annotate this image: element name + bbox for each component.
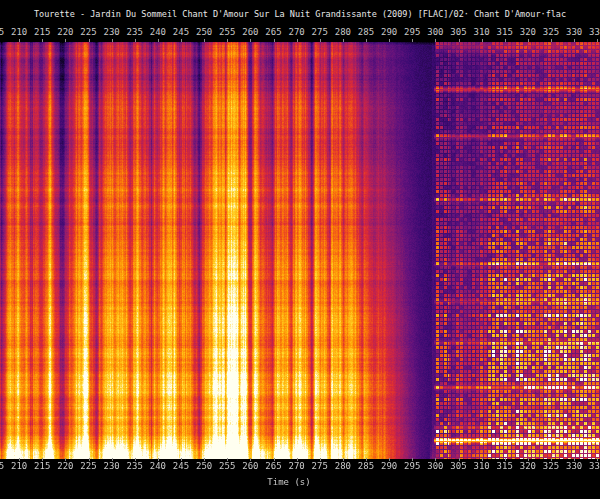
tick-label-top: 250 (196, 27, 212, 37)
tick-label-bottom: 235 (127, 461, 143, 471)
tick-label-top: 325 (543, 27, 559, 37)
tick-label-bottom: 245 (173, 461, 189, 471)
tick-label-bottom: 270 (288, 461, 304, 471)
tick-label-bottom: 305 (450, 461, 466, 471)
tick-label-bottom: 315 (497, 461, 513, 471)
tick-label-bottom: 265 (265, 461, 281, 471)
tick-label-top: 230 (103, 27, 119, 37)
window-title: Tourette - Jardin Du Sommeil Chant D'Amo… (0, 9, 600, 19)
tick-label-bottom: 210 (11, 461, 27, 471)
tick-label-top: 270 (288, 27, 304, 37)
tick-label-bottom: 310 (473, 461, 489, 471)
time-axis-top: 2052102152202252302352402452502552602652… (0, 27, 600, 39)
tick-label-top: 225 (80, 27, 96, 37)
tick-label-bottom: 275 (312, 461, 328, 471)
tick-label-top: 310 (473, 27, 489, 37)
time-axis-bottom: 2052102152202252302352402452502552602652… (0, 461, 600, 473)
tick-label-top: 220 (57, 27, 73, 37)
tick-label-bottom: 290 (381, 461, 397, 471)
tick-label-top: 315 (497, 27, 513, 37)
tick-label-top: 295 (404, 27, 420, 37)
tick-label-bottom: 260 (242, 461, 258, 471)
tick-label-top: 305 (450, 27, 466, 37)
tick-label-bottom: 320 (520, 461, 536, 471)
spectrogram-canvas (0, 42, 600, 459)
x-axis-label: Time (s) (0, 477, 578, 487)
tick-label-top: 300 (427, 27, 443, 37)
tick-label-bottom: 325 (543, 461, 559, 471)
tick-label-top: 320 (520, 27, 536, 37)
tick-label-bottom: 330 (566, 461, 582, 471)
tick-label-bottom: 250 (196, 461, 212, 471)
tick-label-top: 275 (312, 27, 328, 37)
tick-label-top: 260 (242, 27, 258, 37)
tick-label-top: 235 (127, 27, 143, 37)
tick-label-top: 255 (219, 27, 235, 37)
tick-label-top: 335 (589, 27, 600, 37)
tick-label-bottom: 240 (150, 461, 166, 471)
tick-label-top: 290 (381, 27, 397, 37)
tick-label-top: 280 (335, 27, 351, 37)
tick-label-top: 240 (150, 27, 166, 37)
tick-label-bottom: 255 (219, 461, 235, 471)
tick-label-bottom: 300 (427, 461, 443, 471)
tick-label-bottom: 280 (335, 461, 351, 471)
tick-label-bottom: 205 (0, 461, 4, 471)
tick-label-bottom: 215 (34, 461, 50, 471)
tick-label-bottom: 335 (589, 461, 600, 471)
tick-label-top: 265 (265, 27, 281, 37)
tick-label-top: 210 (11, 27, 27, 37)
tick-label-bottom: 230 (103, 461, 119, 471)
tick-label-bottom: 285 (358, 461, 374, 471)
tick-label-top: 285 (358, 27, 374, 37)
tick-label-top: 330 (566, 27, 582, 37)
tick-label-top: 215 (34, 27, 50, 37)
tick-label-top: 245 (173, 27, 189, 37)
tick-label-bottom: 220 (57, 461, 73, 471)
tick-label-top: 205 (0, 27, 4, 37)
tick-label-bottom: 225 (80, 461, 96, 471)
spectrogram-window: Tourette - Jardin Du Sommeil Chant D'Amo… (0, 0, 600, 499)
tick-label-bottom: 295 (404, 461, 420, 471)
